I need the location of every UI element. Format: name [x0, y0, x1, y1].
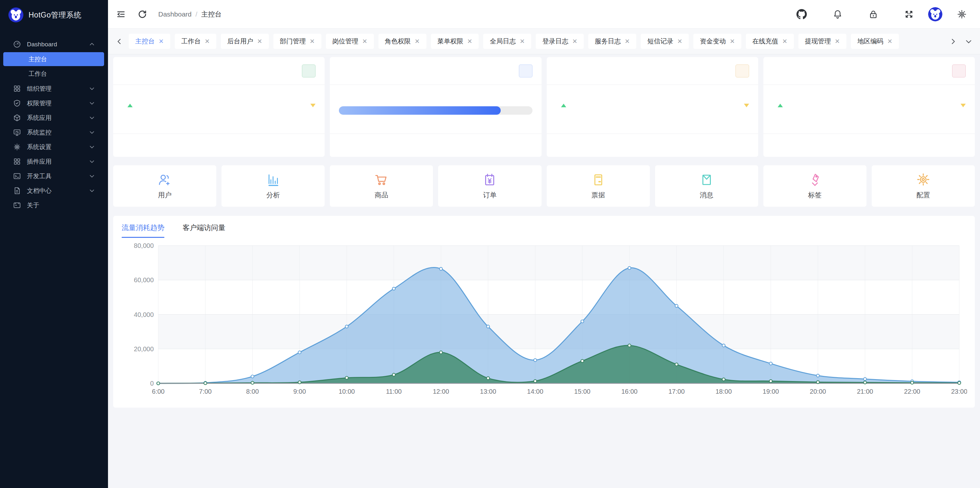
- trend-up-icon: [127, 104, 133, 107]
- tab-close-icon[interactable]: ✕: [677, 38, 682, 45]
- sidebar-subitem-工作台[interactable]: 工作台: [3, 67, 104, 81]
- sidebar-item-label: 系统监控: [27, 128, 89, 137]
- refresh-icon[interactable]: [137, 10, 147, 19]
- tab-close-icon[interactable]: ✕: [310, 38, 315, 45]
- settings-gear-icon[interactable]: [957, 9, 967, 19]
- tab-label: 在线充值: [752, 37, 778, 46]
- traffic-chart-card: 流量消耗趋势客户端访问量 020,00040,00060,00080,0006:…: [113, 216, 975, 408]
- open-tabs-list: 主控台✕工作台✕后台用户✕部门管理✕岗位管理✕角色权限✕菜单权限✕全局日志✕登录…: [129, 34, 944, 49]
- breadcrumb-separator: /: [196, 10, 197, 18]
- quick-action-label: 消息: [700, 190, 713, 200]
- mail-icon: [699, 173, 714, 187]
- tab-close-icon[interactable]: ✕: [415, 38, 420, 45]
- tab-全局日志[interactable]: 全局日志✕: [483, 34, 531, 49]
- sidebar-item-插件应用[interactable]: 插件应用: [0, 154, 108, 169]
- tab-close-icon[interactable]: ✕: [835, 38, 840, 45]
- quick-action-消息[interactable]: 消息: [655, 165, 758, 207]
- chart-tab-流量消耗趋势[interactable]: 流量消耗趋势: [122, 223, 164, 238]
- svg-text:16:00: 16:00: [621, 388, 638, 395]
- sidebar-item-系统设置[interactable]: 系统设置: [0, 139, 108, 154]
- svg-text:40,000: 40,000: [134, 311, 154, 318]
- lock-screen-icon[interactable]: [869, 10, 878, 19]
- quick-action-订单[interactable]: 订单: [438, 165, 541, 207]
- metric-日同比: [122, 104, 133, 107]
- tab-地区编码[interactable]: 地区编码✕: [851, 34, 899, 49]
- tab-close-icon[interactable]: ✕: [257, 38, 262, 45]
- quick-action-商品[interactable]: 商品: [330, 165, 433, 207]
- breadcrumb-root[interactable]: Dashboard: [158, 10, 192, 18]
- collapse-sidebar-icon[interactable]: [116, 10, 126, 19]
- tab-后台用户[interactable]: 后台用户✕: [221, 34, 269, 49]
- chevron-down-icon: [89, 115, 95, 121]
- sidebar-item-文档中心[interactable]: 文档中心: [0, 184, 108, 198]
- tab-close-icon[interactable]: ✕: [887, 38, 892, 45]
- logo-row[interactable]: HotGo管理系统: [0, 0, 108, 30]
- traffic-chart-svg: 020,00040,00060,00080,0006:007:008:009:0…: [121, 240, 967, 403]
- period-badge: [952, 65, 966, 78]
- topbar: Dashboard / 主控台: [108, 0, 980, 29]
- tabs-scroll-right-icon[interactable]: [950, 38, 957, 45]
- tag-icon: [808, 173, 822, 187]
- sidebar-item-权限管理[interactable]: 权限管理: [0, 96, 108, 111]
- metric-月同比: [772, 104, 783, 107]
- tab-工作台[interactable]: 工作台✕: [175, 34, 216, 49]
- metric-月同比: [955, 104, 966, 107]
- tab-服务日志[interactable]: 服务日志✕: [588, 34, 636, 49]
- tab-资金变动[interactable]: 资金变动✕: [693, 34, 741, 49]
- quick-action-标签[interactable]: 标签: [764, 165, 867, 207]
- tab-提现管理[interactable]: 提现管理✕: [799, 34, 846, 49]
- quick-action-配置[interactable]: 配置: [872, 165, 975, 207]
- quick-action-用户[interactable]: 用户: [113, 165, 216, 207]
- tab-部门管理[interactable]: 部门管理✕: [274, 34, 321, 49]
- breadcrumb-current[interactable]: 主控台: [201, 10, 222, 19]
- svg-text:20:00: 20:00: [810, 388, 826, 395]
- sidebar-item-Dashboard[interactable]: Dashboard: [0, 37, 108, 52]
- notifications-bell-icon[interactable]: [833, 10, 843, 19]
- order-icon: [482, 173, 497, 187]
- progress-bar: [339, 106, 532, 115]
- tab-close-icon[interactable]: ✕: [572, 38, 577, 45]
- sidebar-item-开发工具[interactable]: 开发工具: [0, 169, 108, 184]
- tab-label: 主控台: [135, 37, 155, 46]
- sidebar-subitem-label: 主控台: [29, 55, 47, 63]
- tab-角色权限[interactable]: 角色权限✕: [379, 34, 426, 49]
- sidebar-item-系统监控[interactable]: 系统监控: [0, 125, 108, 139]
- tab-close-icon[interactable]: ✕: [782, 38, 788, 45]
- sidebar-subitem-主控台[interactable]: 主控台: [3, 52, 104, 66]
- github-icon[interactable]: [797, 9, 807, 19]
- user-avatar[interactable]: [928, 7, 942, 21]
- quick-action-票据[interactable]: 票据: [547, 165, 650, 207]
- tab-close-icon[interactable]: ✕: [205, 38, 210, 45]
- sidebar-item-系统应用[interactable]: 系统应用: [0, 111, 108, 125]
- tab-菜单权限[interactable]: 菜单权限✕: [431, 34, 479, 49]
- svg-text:0: 0: [150, 380, 154, 387]
- tab-主控台[interactable]: 主控台✕: [129, 34, 170, 49]
- quick-action-分析[interactable]: 分析: [221, 165, 325, 207]
- trend-up-icon: [561, 104, 566, 107]
- stat-card-footer: [764, 133, 975, 157]
- quick-action-label: 用户: [158, 190, 172, 200]
- tab-close-icon[interactable]: ✕: [625, 38, 630, 45]
- tab-短信记录[interactable]: 短信记录✕: [641, 34, 689, 49]
- tab-close-icon[interactable]: ✕: [730, 38, 735, 45]
- tab-close-icon[interactable]: ✕: [520, 38, 525, 45]
- sidebar-item-label: 开发工具: [27, 172, 89, 181]
- tab-close-icon[interactable]: ✕: [467, 38, 473, 45]
- bars-icon: [266, 173, 280, 187]
- users-icon: [157, 173, 172, 187]
- tab-岗位管理[interactable]: 岗位管理✕: [326, 34, 374, 49]
- tab-close-icon[interactable]: ✕: [362, 38, 368, 45]
- sidebar-item-组织管理[interactable]: 组织管理: [0, 81, 108, 96]
- chart-tab-客户端访问量[interactable]: 客户端访问量: [183, 223, 225, 238]
- sidebar-item-关于[interactable]: 关于: [0, 198, 108, 212]
- tabs-scroll-left-icon[interactable]: [116, 38, 123, 45]
- tab-close-icon[interactable]: ✕: [159, 38, 164, 45]
- stat-card-body: [764, 85, 975, 133]
- svg-text:20,000: 20,000: [134, 345, 154, 353]
- tab-label: 全局日志: [490, 37, 515, 46]
- tab-在线充值[interactable]: 在线充值✕: [746, 34, 794, 49]
- fullscreen-icon[interactable]: [904, 10, 914, 19]
- tabs-menu-chevron-down-icon[interactable]: [965, 38, 972, 45]
- tab-登录日志[interactable]: 登录日志✕: [536, 34, 584, 49]
- stat-metrics: [772, 104, 966, 107]
